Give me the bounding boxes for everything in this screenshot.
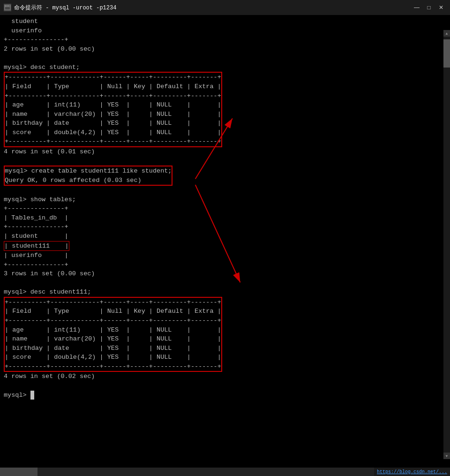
table-border: +----------+-------------+------+-----+-… [5, 91, 221, 101]
vertical-scrollbar[interactable]: ▲ ▼ [443, 30, 450, 459]
table-row-age2: | age | int(11) | YES | | NULL | | [5, 325, 221, 335]
output-line: mysql> show tables; [4, 195, 442, 204]
student111-highlighted: | student111 | [4, 241, 69, 251]
output-line: 4 rows in set (0.01 sec) [4, 147, 442, 157]
output-line [4, 53, 442, 63]
table-row-userinfo: | userinfo | [4, 251, 442, 260]
table-row-birthday: | birthday | date | YES | | NULL | | [5, 119, 221, 128]
scroll-down-button[interactable]: ▼ [443, 453, 450, 459]
scroll-thumb[interactable] [443, 39, 450, 68]
bottom-bar: https://blog.csdn.net/... [0, 468, 450, 476]
table-border: +---------------+ [4, 260, 442, 270]
table-header: | Tables_in_db | [4, 213, 442, 223]
terminal-body[interactable]: student userinfo +---------------+ 2 row… [0, 15, 450, 468]
window-title: 命令提示符 - mysql -uroot -p1234 [14, 4, 116, 12]
table-border: +----------+-------------+------+-----+-… [5, 137, 221, 146]
horizontal-scrollbar[interactable] [0, 468, 374, 476]
table-row-name2: | name | varchar(20) | YES | | NULL | | [5, 334, 221, 344]
table-row-birthday2: | birthday | date | YES | | NULL | | [5, 344, 221, 353]
maximize-button[interactable]: □ [424, 2, 434, 13]
title-bar-left: 命令提示符 - mysql -uroot -p1234 [4, 4, 116, 12]
table-border: +---------------+ [4, 204, 442, 213]
table-border: +---------------+ [4, 222, 442, 232]
table-header: | Field | Type | Null | Key | Default | … [5, 307, 221, 316]
table-row-name: | name | varchar(20) | YES | | NULL | | [5, 110, 221, 119]
svg-rect-2 [5, 6, 6, 7]
output-line: 2 rows in set (0.00 sec) [4, 45, 442, 54]
horizontal-scroll-thumb[interactable] [0, 468, 38, 476]
output-line: +---------------+ [4, 35, 442, 45]
svg-rect-4 [8, 6, 9, 7]
terminal-window: 命令提示符 - mysql -uroot -p1234 — □ ✕ studen… [0, 0, 450, 476]
table-border: +----------+-------------+------+-----+-… [5, 73, 221, 82]
output-line: student [4, 17, 442, 26]
output-line: mysql> desc student; [4, 63, 442, 72]
output-line [4, 279, 442, 288]
table-row-student: | student | [4, 232, 442, 241]
query-ok-line: Query OK, 0 rows affected (0.03 sec) [5, 176, 172, 185]
create-table-block: mysql> create table student111 like stud… [4, 166, 172, 186]
scroll-up-button[interactable]: ▲ [443, 30, 450, 37]
table-header: | Field | Type | Null | Key | Default | … [5, 82, 221, 91]
output-line: userinfo [4, 26, 442, 36]
close-button[interactable]: ✕ [436, 2, 446, 13]
table-row-student111: | student111 | [4, 241, 442, 251]
minimize-button[interactable]: — [412, 2, 422, 13]
svg-rect-3 [7, 6, 8, 7]
output-line: 3 rows in set (0.00 sec) [4, 269, 442, 279]
desc-student111-table: +----------+-------------+------+-----+-… [4, 297, 222, 372]
output-line [4, 381, 442, 391]
table-border: +----------+-------------+------+-----+-… [5, 362, 221, 371]
create-table-cmd: mysql> create table student111 like stud… [5, 166, 172, 176]
prompt-line: mysql> [4, 391, 442, 400]
output-line [4, 156, 442, 166]
window-controls: — □ ✕ [412, 2, 446, 13]
terminal-content: student userinfo +---------------+ 2 row… [4, 17, 442, 400]
title-bar: 命令提示符 - mysql -uroot -p1234 — □ ✕ [0, 0, 450, 15]
output-line: 4 rows in set (0.02 sec) [4, 372, 442, 381]
desc-student-table: +----------+-------------+------+-----+-… [4, 72, 222, 147]
bottom-link[interactable]: https://blog.csdn.net/... [374, 469, 450, 475]
app-icon [4, 4, 11, 11]
table-row-score2: | score | double(4,2) | YES | | NULL | | [5, 353, 221, 362]
table-row-age: | age | int(11) | YES | | NULL | | [5, 100, 221, 110]
output-line [4, 186, 442, 195]
table-border: +----------+-------------+------+-----+-… [5, 298, 221, 307]
output-line: mysql> desc student111; [4, 287, 442, 297]
table-row-score: | score | double(4,2) | YES | | NULL | | [5, 128, 221, 137]
table-border: +----------+-------------+------+-----+-… [5, 316, 221, 325]
